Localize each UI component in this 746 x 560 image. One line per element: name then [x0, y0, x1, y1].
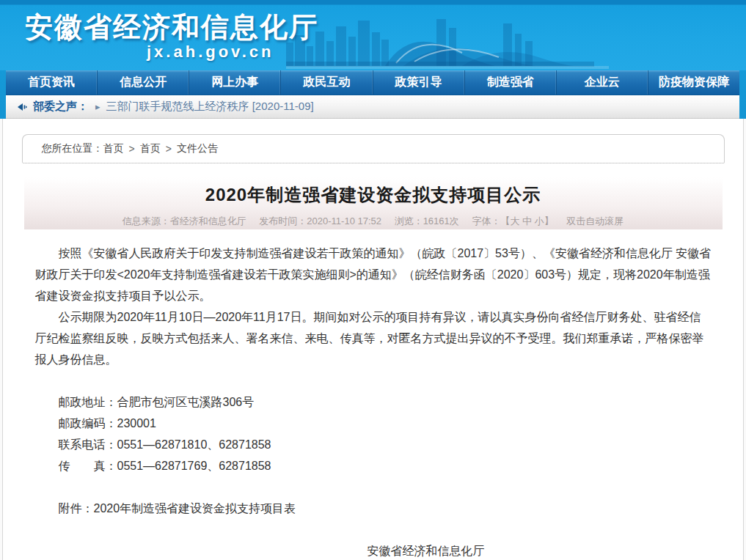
- meta-source: 信息来源：省经济和信息化厅: [122, 215, 246, 226]
- meta-scroll-hint[interactable]: 双击自动滚屏: [566, 215, 624, 226]
- nav-item-info-disclosure[interactable]: 信息公开: [98, 70, 189, 95]
- article-paragraph-1: 按照《安徽省人民政府关于印发支持制造强省建设若干政策的通知》（皖政〔2017〕5…: [35, 243, 712, 306]
- attachment-label: 附件：: [59, 502, 94, 515]
- attachment-line: 附件：2020年制造强省建设资金拟支持项目表: [35, 498, 712, 519]
- ticker-news-link[interactable]: 三部门联手规范线上经济秩序 [2020-11-09]: [106, 100, 314, 114]
- nav-item-manufacturing-province[interactable]: 制造强省: [465, 70, 557, 95]
- meta-font-size-selector[interactable]: 字体：【大 中 小】: [472, 215, 553, 226]
- breadcrumb-current-section[interactable]: 文件公告: [177, 142, 218, 155]
- breadcrumb-prefix: 您所在位置：: [42, 142, 103, 155]
- contact-postal-code: 邮政编码：230001: [35, 413, 712, 434]
- meta-publish-time: 发布时间：2020-11-10 17:52: [259, 215, 381, 226]
- contact-postal-address: 邮政地址：合肥市包河区屯溪路306号: [35, 391, 712, 413]
- contact-phone: 联系电话：0551—62871810、62871858: [35, 434, 712, 455]
- arrow-right-icon: ▸: [95, 101, 100, 112]
- nav-item-epidemic-supplies[interactable]: 防疫物资保障: [648, 70, 739, 95]
- nav-item-home-news[interactable]: 首页资讯: [6, 70, 98, 95]
- breadcrumb: 您所在位置： 首页 > 首页 > 文件公告: [22, 134, 725, 163]
- nav-item-online-services[interactable]: 网上办事: [189, 70, 281, 95]
- news-ticker: 部委之声： ▸ 三部门联手规范线上经济秩序 [2020-11-09]: [6, 95, 739, 119]
- speaker-icon: [16, 102, 27, 112]
- article-body: 按照《安徽省人民政府关于印发支持制造强省建设若干政策的通知》（皖政〔2017〕5…: [35, 243, 712, 560]
- article-meta: 信息来源：省经济和信息化厅 发布时间：2020-11-10 17:52 浏览：1…: [24, 215, 723, 228]
- breadcrumb-separator: >: [166, 143, 172, 155]
- article-title: 2020年制造强省建设资金拟支持项目公示: [24, 183, 723, 207]
- nav-item-enterprise-cloud[interactable]: 企业云: [557, 70, 648, 95]
- content-frame: 您所在位置： 首页 > 首页 > 文件公告 2020年制造强省建设资金拟支持项目…: [2, 119, 744, 560]
- ticker-label: 部委之声：: [33, 100, 88, 114]
- main-nav: 首页资讯 信息公开 网上办事 政民互动 政策引导 制造强省 企业云 防疫物资保障: [6, 70, 739, 95]
- signature-block: 安徽省经济和信息化厅 2020年11月10日: [35, 540, 712, 560]
- site-url: jx.ah.gov.cn: [147, 43, 274, 62]
- breadcrumb-home-2[interactable]: 首页: [140, 142, 161, 155]
- meta-views: 浏览：16161次: [395, 215, 459, 226]
- nav-item-policy-guidance[interactable]: 政策引导: [373, 70, 465, 95]
- contact-fax: 传 真：0551—62871769、62871858: [35, 455, 712, 476]
- city-skyline-graphic: [286, 13, 609, 69]
- breadcrumb-home-1[interactable]: 首页: [103, 142, 124, 155]
- nav-item-public-interaction[interactable]: 政民互动: [281, 70, 373, 95]
- header-banner: 安徽省经济和信息化厅 jx.ah.gov.cn: [0, 0, 746, 70]
- signature-organization: 安徽省经济和信息化厅: [141, 540, 712, 560]
- attachment-link[interactable]: 2020年制造强省建设资金拟支持项目表: [94, 502, 296, 515]
- header-zone: 安徽省经济和信息化厅 jx.ah.gov.cn 首页资讯 信息公开 网上办事 政…: [0, 0, 746, 119]
- breadcrumb-separator: >: [129, 143, 135, 155]
- article-paragraph-2: 公示期限为2020年11月10日—2020年11月17日。期间如对公示的项目持有…: [35, 306, 712, 370]
- article-header: 2020年制造强省建设资金拟支持项目公示 信息来源：省经济和信息化厅 发布时间：…: [24, 177, 723, 229]
- site-title[interactable]: 安徽省经济和信息化厅: [25, 9, 318, 46]
